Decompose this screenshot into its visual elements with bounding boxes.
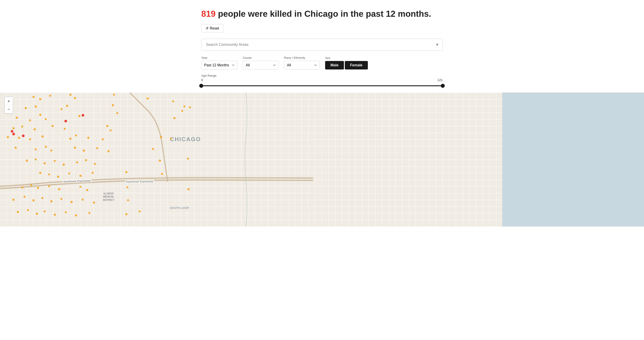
headline-text: people were killed in Chicago in the pas… [216, 9, 431, 18]
race-select[interactable]: All Black Hispanic White [284, 61, 320, 69]
zoom-controls: + − [4, 97, 13, 113]
race-filter-group: Race / Ethnicity All Black Hispanic Whit… [284, 56, 320, 69]
map-section: CHICAGO SOUTH LOOP Eisenhower Expressway… [0, 92, 644, 227]
headline: 819 people were killed in Chicago in the… [201, 9, 443, 19]
cause-label: Cause [243, 56, 278, 59]
age-range-values: 0 121 [201, 78, 443, 82]
reset-icon: ↺ [206, 26, 208, 30]
race-label: Race / Ethnicity [284, 56, 320, 59]
age-range-slider[interactable] [201, 83, 443, 88]
filters-row: Year Past 12 Months 2023 2022 2021 Cause… [201, 56, 443, 69]
reset-label: Reset [210, 26, 219, 30]
cause-select[interactable]: All Gunshot Stabbing [243, 61, 278, 69]
age-range-label: Age Range [201, 74, 443, 77]
header-section: 819 people were killed in Chicago in the… [188, 0, 456, 92]
age-min: 0 [201, 78, 203, 82]
sex-filter-group: Sex Male Female [325, 56, 368, 69]
search-input[interactable] [201, 39, 443, 51]
year-filter-group: Year Past 12 Months 2023 2022 2021 [201, 56, 238, 69]
sex-buttons: Male Female [325, 61, 368, 69]
year-select[interactable]: Past 12 Months 2023 2022 2021 [201, 61, 238, 69]
lake-michigan [502, 92, 644, 227]
zoom-out-button[interactable]: − [5, 105, 13, 113]
male-button[interactable]: Male [325, 61, 344, 69]
slider-thumb-max[interactable] [441, 84, 445, 88]
cause-filter-group: Cause All Gunshot Stabbing [243, 56, 278, 69]
year-label: Year [201, 56, 238, 59]
slider-thumb-min[interactable] [199, 84, 203, 88]
slider-track [201, 85, 443, 86]
map-background: CHICAGO SOUTH LOOP Eisenhower Expressway… [0, 92, 644, 227]
age-max: 121 [438, 78, 443, 82]
reset-button[interactable]: ↺ Reset [201, 24, 224, 32]
zoom-in-button[interactable]: + [5, 97, 13, 105]
kill-count: 819 [201, 9, 216, 18]
age-range-section: Age Range 0 121 [201, 74, 443, 88]
female-button[interactable]: Female [345, 61, 368, 69]
search-container: ▼ [201, 39, 443, 51]
sex-label: Sex [325, 56, 368, 60]
